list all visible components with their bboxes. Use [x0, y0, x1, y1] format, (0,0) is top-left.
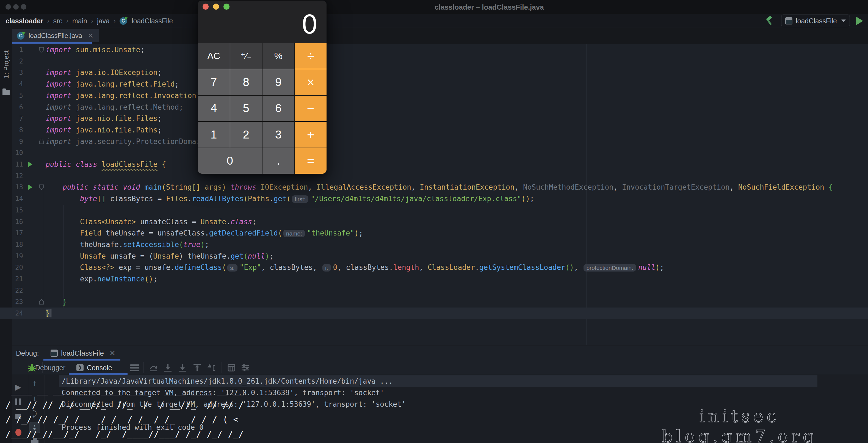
- window-minimize-button[interactable]: [13, 4, 19, 10]
- line-number: 18: [0, 239, 23, 250]
- debug-panel-header: Debug: loadClassFile ✕: [12, 345, 868, 360]
- tab-debugger[interactable]: Debugger: [35, 360, 65, 375]
- code-line: 17Field theUnsafe = unsafeClass.getDecla…: [0, 227, 868, 239]
- fold-start-icon[interactable]: [39, 184, 44, 190]
- calculator-window[interactable]: 0 AC⁺⁄₋%÷789×456−123+0.=: [198, 1, 327, 174]
- breadcrumb-item[interactable]: main: [72, 17, 87, 25]
- line-number: 23: [0, 296, 23, 308]
- calc-button-.[interactable]: .: [262, 148, 294, 174]
- window-zoom-button[interactable]: [21, 4, 26, 10]
- code-line: 12: [0, 170, 868, 182]
- code-line: 2: [0, 56, 868, 67]
- line-number: 9: [0, 136, 23, 147]
- line-number: 14: [0, 193, 23, 204]
- code-text: byte[] classBytes = Files.readAllBytes(P…: [80, 193, 534, 205]
- step-into-icon[interactable]: [163, 363, 172, 372]
- app-window-icon: [785, 17, 793, 25]
- toolbar-separator: [144, 362, 144, 373]
- code-line: 18theUnsafe.setAccessible(true);: [0, 239, 868, 250]
- step-over-icon[interactable]: [149, 363, 158, 372]
- code-line: 21exp.newInstance();: [0, 273, 868, 285]
- window-close-button[interactable]: [5, 4, 11, 10]
- tab-console[interactable]: ❯ Console: [76, 360, 112, 375]
- line-number: 22: [0, 285, 23, 296]
- calc-button-⁺⁄₋[interactable]: ⁺⁄₋: [230, 43, 262, 69]
- run-to-cursor-icon[interactable]: [207, 363, 216, 372]
- fold-start-icon[interactable]: [39, 47, 44, 53]
- breadcrumb-item[interactable]: java: [97, 17, 110, 25]
- code-text: }: [45, 308, 52, 319]
- code-line: 9import java.security.ProtectionDomain;: [0, 136, 868, 147]
- line-number: 4: [0, 78, 23, 90]
- toolbar-separator: [221, 362, 222, 373]
- breadcrumb-separator: ›: [66, 17, 68, 25]
- breadcrumb-item[interactable]: loadClassFile: [132, 17, 173, 25]
- toolbar-options-icon[interactable]: [130, 363, 139, 372]
- calc-button-8[interactable]: 8: [230, 69, 262, 95]
- brand-watermark: initsec blog.gm7.org: [624, 406, 855, 443]
- line-number: 11: [0, 159, 23, 170]
- debug-tab-close-icon[interactable]: ✕: [110, 349, 116, 357]
- calc-button-6[interactable]: 6: [262, 96, 294, 121]
- breadcrumb-item[interactable]: src: [53, 17, 62, 25]
- calc-button-=[interactable]: =: [295, 148, 327, 174]
- breadcrumb-item[interactable]: classloader: [5, 17, 43, 25]
- code-text: Unsafe unsafe = (Unsafe) theUnsafe.get(n…: [80, 250, 274, 262]
- force-step-into-icon[interactable]: [178, 363, 187, 372]
- calc-button-5[interactable]: 5: [230, 96, 262, 121]
- calc-button-+[interactable]: +: [295, 122, 327, 147]
- calc-button-−[interactable]: −: [295, 96, 327, 121]
- calc-button-%[interactable]: %: [262, 43, 294, 69]
- editor-tab[interactable]: C loadClassFile.java ✕: [12, 29, 99, 42]
- calc-button-3[interactable]: 3: [262, 122, 294, 147]
- code-text: }: [63, 296, 67, 308]
- breadcrumb: classloader›src›main›java›CloadClassFile: [5, 14, 173, 28]
- line-number: 16: [0, 216, 23, 227]
- tab-close-icon[interactable]: ✕: [88, 32, 94, 40]
- calc-button-4[interactable]: 4: [198, 96, 230, 121]
- screen: classloader – loadClassFile.java classlo…: [0, 0, 868, 443]
- line-number: 1: [0, 44, 23, 56]
- navigation-bar: classloader›src›main›java›CloadClassFile…: [0, 14, 868, 28]
- ide-titlebar: classloader – loadClassFile.java: [0, 0, 868, 14]
- code-line: 10: [0, 147, 868, 159]
- java-class-icon: C: [120, 17, 128, 25]
- run-configuration-name: loadClassFile: [796, 17, 837, 25]
- code-line: 4import java.lang.reflect.Field;: [0, 78, 868, 90]
- layout-settings-icon[interactable]: [241, 363, 250, 372]
- debug-toolbar: Debugger ❯ Console: [12, 360, 868, 375]
- code-text: theUnsafe.setAccessible(true);: [80, 239, 209, 250]
- run-line-icon[interactable]: [28, 162, 32, 167]
- code-line: 23}: [0, 296, 868, 308]
- evaluate-expression-icon[interactable]: [227, 363, 236, 372]
- calc-button-×[interactable]: ×: [295, 69, 327, 95]
- build-hammer-icon[interactable]: [764, 15, 775, 26]
- fold-end-icon[interactable]: [39, 139, 44, 144]
- line-number: 13: [0, 181, 23, 193]
- run-line-icon[interactable]: [28, 184, 32, 190]
- debug-session-tab[interactable]: loadClassFile ✕: [47, 347, 119, 359]
- line-number: 15: [0, 204, 23, 216]
- code-line: 24}: [0, 308, 868, 319]
- code-line: 15: [0, 204, 868, 216]
- line-number: 8: [0, 124, 23, 136]
- fold-end-icon[interactable]: [39, 299, 44, 305]
- calc-button-1[interactable]: 1: [198, 122, 230, 147]
- calc-button-÷[interactable]: ÷: [295, 43, 327, 69]
- step-out-icon[interactable]: [193, 363, 202, 372]
- code-text: exp.newInstance();: [80, 273, 157, 285]
- calc-button-7[interactable]: 7: [198, 69, 230, 95]
- code-text: import java.nio.file.Files;: [45, 113, 162, 124]
- code-editor[interactable]: 1import sun.misc.Unsafe;23import java.io…: [0, 44, 868, 345]
- line-number: 12: [0, 170, 23, 182]
- calc-button-9[interactable]: 9: [262, 69, 294, 95]
- code-line: 6import java.lang.reflect.Method;: [0, 101, 868, 113]
- calc-button-AC[interactable]: AC: [198, 43, 230, 69]
- calc-button-0[interactable]: 0: [198, 148, 262, 174]
- line-number: 2: [0, 56, 23, 67]
- code-line: 1import sun.misc.Unsafe;: [0, 44, 868, 56]
- calc-button-2[interactable]: 2: [230, 122, 262, 147]
- run-button[interactable]: [856, 17, 863, 25]
- java-class-icon: C: [17, 32, 25, 40]
- run-configuration-select[interactable]: loadClassFile: [781, 14, 850, 27]
